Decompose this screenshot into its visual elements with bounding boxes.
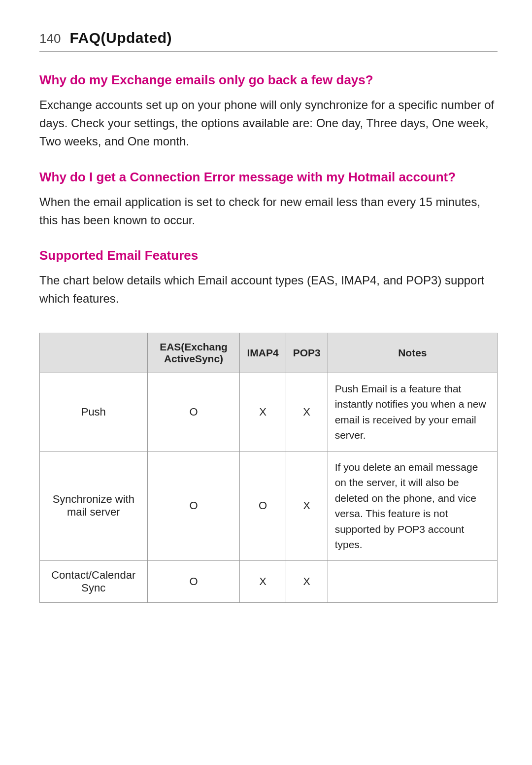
page-header: 140 FAQ(Updated) xyxy=(39,30,498,52)
section-hotmail-error: Why do I get a Connection Error message … xyxy=(39,169,498,229)
section-hotmail-error-body: When the email application is set to che… xyxy=(39,193,498,229)
row-feature-push: Push xyxy=(40,373,148,451)
table-row: Synchronize with mail server O O X If yo… xyxy=(40,451,498,560)
col-header-eas: EAS(Exchang ActiveSync) xyxy=(147,333,240,373)
table-header-row: EAS(Exchang ActiveSync) IMAP4 POP3 Notes xyxy=(40,333,498,373)
row-imap4-push: X xyxy=(240,373,286,451)
row-feature-contact-sync: Contact/Calendar Sync xyxy=(40,560,148,602)
row-eas-sync: O xyxy=(147,451,240,560)
section-exchange-emails-body: Exchange accounts set up on your phone w… xyxy=(39,96,498,151)
section-exchange-emails-heading: Why do my Exchange emails only go back a… xyxy=(39,71,498,89)
page-number: 140 xyxy=(39,31,61,46)
row-pop3-sync: X xyxy=(286,451,328,560)
row-imap4-sync: O xyxy=(240,451,286,560)
section-exchange-emails: Why do my Exchange emails only go back a… xyxy=(39,71,498,151)
col-header-pop3: POP3 xyxy=(286,333,328,373)
section-supported-features-body: The chart below details which Email acco… xyxy=(39,271,498,308)
row-notes-contact-sync xyxy=(328,560,497,602)
section-hotmail-error-heading: Why do I get a Connection Error message … xyxy=(39,169,498,186)
email-features-table: EAS(Exchang ActiveSync) IMAP4 POP3 Notes… xyxy=(39,333,498,603)
page-title: FAQ(Updated) xyxy=(69,30,172,46)
row-notes-push: Push Email is a feature that instantly n… xyxy=(328,373,497,451)
section-supported-features: Supported Email Features The chart below… xyxy=(39,247,498,308)
row-pop3-push: X xyxy=(286,373,328,451)
row-pop3-contact-sync: X xyxy=(286,560,328,602)
table-row: Push O X X Push Email is a feature that … xyxy=(40,373,498,451)
row-eas-contact-sync: O xyxy=(147,560,240,602)
table-row: Contact/Calendar Sync O X X xyxy=(40,560,498,602)
col-header-notes: Notes xyxy=(328,333,497,373)
row-imap4-contact-sync: X xyxy=(240,560,286,602)
row-eas-push: O xyxy=(147,373,240,451)
col-header-feature xyxy=(40,333,148,373)
row-feature-sync: Synchronize with mail server xyxy=(40,451,148,560)
row-notes-sync: If you delete an email message on the se… xyxy=(328,451,497,560)
email-features-table-section: EAS(Exchang ActiveSync) IMAP4 POP3 Notes… xyxy=(39,333,498,603)
col-header-imap4: IMAP4 xyxy=(240,333,286,373)
section-supported-features-heading: Supported Email Features xyxy=(39,247,498,264)
